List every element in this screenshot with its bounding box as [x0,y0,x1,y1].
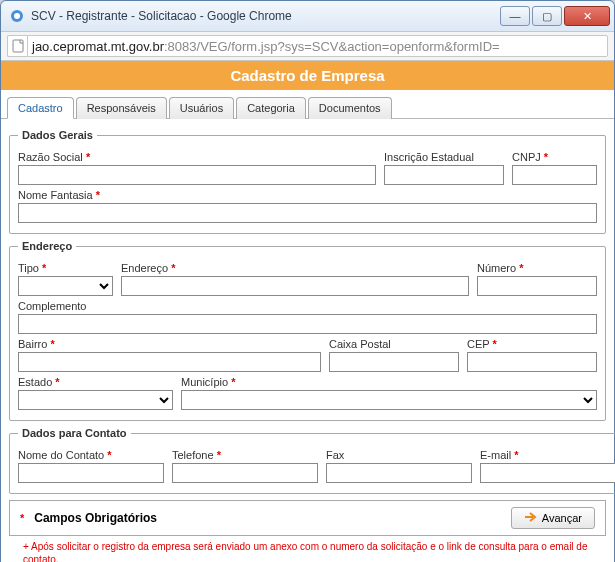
tab-usuarios[interactable]: Usuários [169,97,234,119]
label-numero: Número * [477,262,597,274]
label-tipo: Tipo * [18,262,113,274]
url-rest: :8083/VEG/form.jsp?sys=SCV&action=openfo… [164,39,500,54]
required-fields-label: Campos Obrigatórios [34,511,501,525]
page-banner: Cadastro de Empresa [1,61,614,90]
tab-cadastro[interactable]: Cadastro [7,97,74,119]
required-icon: * [50,338,54,350]
input-telefone[interactable] [172,463,318,483]
page-content: Cadastro de Empresa Cadastro Responsávei… [1,61,614,562]
titlebar: SCV - Registrante - Solicitacao - Google… [1,1,614,31]
input-bairro[interactable] [18,352,321,372]
tabs: Cadastro Responsáveis Usuários Categoria… [1,90,614,119]
tab-documentos[interactable]: Documentos [308,97,392,119]
input-cnpj[interactable] [512,165,597,185]
url-host: jao.cepromat.mt.gov.br [32,39,164,54]
tab-responsaveis[interactable]: Responsáveis [76,97,167,119]
url-field[interactable]: jao.cepromat.mt.gov.br:8083/VEG/form.jsp… [27,35,608,57]
legend-contato: Dados para Contato [18,427,131,439]
label-estado: Estado * [18,376,173,388]
required-icon: * [107,449,111,461]
label-endereco: Endereço * [121,262,469,274]
input-fax[interactable] [326,463,472,483]
select-municipio[interactable] [181,390,597,410]
svg-point-1 [14,13,20,19]
fieldset-contato: Dados para Contato Nome do Contato * Tel… [9,427,615,494]
input-nome-fantasia[interactable] [18,203,597,223]
footer-note: + Após solicitar o registro da empresa s… [9,538,606,562]
form-area: Dados Gerais Razão Social * Inscrição Es… [1,119,614,562]
tab-categoria[interactable]: Categoria [236,97,306,119]
required-icon: * [544,151,548,163]
required-icon: * [20,512,24,524]
chrome-window: SCV - Registrante - Solicitacao - Google… [0,0,615,562]
label-email: E-mail * [480,449,615,461]
input-inscricao-estadual[interactable] [384,165,504,185]
close-button[interactable]: ✕ [564,6,610,26]
label-cnpj: CNPJ * [512,151,597,163]
maximize-button[interactable]: ▢ [532,6,562,26]
required-icon: * [514,449,518,461]
input-numero[interactable] [477,276,597,296]
minimize-button[interactable]: — [500,6,530,26]
input-caixa-postal[interactable] [329,352,459,372]
label-telefone: Telefone * [172,449,318,461]
footer-bar: * Campos Obrigatórios Avançar [9,500,606,536]
select-tipo[interactable] [18,276,113,296]
required-icon: * [42,262,46,274]
input-nome-contato[interactable] [18,463,164,483]
required-icon: * [217,449,221,461]
required-icon: * [86,151,90,163]
window-buttons: — ▢ ✕ [498,6,610,26]
label-caixa-postal: Caixa Postal [329,338,459,350]
required-icon: * [96,189,100,201]
label-municipio: Município * [181,376,597,388]
select-estado[interactable] [18,390,173,410]
label-razao-social: Razão Social * [18,151,376,163]
label-complemento: Complemento [18,300,597,312]
fieldset-dados-gerais: Dados Gerais Razão Social * Inscrição Es… [9,129,606,234]
label-inscricao-estadual: Inscrição Estadual [384,151,504,163]
label-fax: Fax [326,449,472,461]
arrow-right-icon [524,511,538,525]
fieldset-endereco: Endereço Tipo * Endereço * Número * [9,240,606,421]
page-icon [7,35,27,57]
label-nome-fantasia: Nome Fantasia * [18,189,597,201]
label-cep: CEP * [467,338,597,350]
input-complemento[interactable] [18,314,597,334]
input-email[interactable] [480,463,615,483]
required-icon: * [231,376,235,388]
required-icon: * [55,376,59,388]
required-icon: * [171,262,175,274]
svg-rect-2 [13,40,23,52]
input-cep[interactable] [467,352,597,372]
input-razao-social[interactable] [18,165,376,185]
required-icon: * [492,338,496,350]
address-bar: jao.cepromat.mt.gov.br:8083/VEG/form.jsp… [1,31,614,61]
favicon-icon [9,8,25,24]
legend-dados-gerais: Dados Gerais [18,129,97,141]
advance-button[interactable]: Avançar [511,507,595,529]
required-icon: * [519,262,523,274]
label-bairro: Bairro * [18,338,321,350]
input-endereco[interactable] [121,276,469,296]
advance-label: Avançar [542,512,582,524]
label-nome-contato: Nome do Contato * [18,449,164,461]
legend-endereco: Endereço [18,240,76,252]
window-title: SCV - Registrante - Solicitacao - Google… [31,9,498,23]
